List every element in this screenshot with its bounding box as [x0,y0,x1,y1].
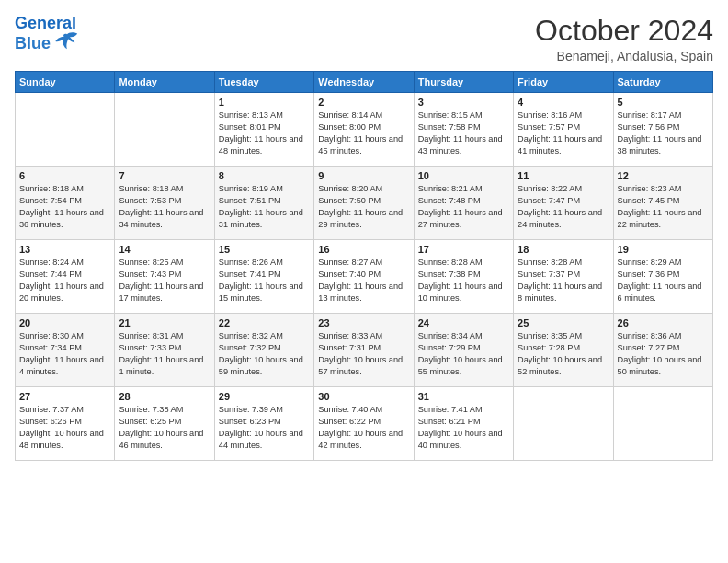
day-info: Sunrise: 8:17 AM Sunset: 7:56 PM Dayligh… [618,109,709,157]
calendar-cell: 11Sunrise: 8:22 AM Sunset: 7:47 PM Dayli… [514,167,613,240]
day-number: 12 [618,170,709,181]
day-number: 23 [318,317,409,328]
day-number: 25 [518,317,609,328]
calendar-cell: 10Sunrise: 8:21 AM Sunset: 7:48 PM Dayli… [414,167,513,240]
calendar-cell: 28Sunrise: 7:38 AM Sunset: 6:25 PM Dayli… [115,387,214,461]
weekday-header: Thursday [414,72,513,93]
day-number: 24 [418,317,509,328]
day-info: Sunrise: 8:25 AM Sunset: 7:43 PM Dayligh… [119,257,210,304]
day-info: Sunrise: 8:28 AM Sunset: 7:37 PM Dayligh… [518,257,609,304]
calendar-cell [613,387,712,461]
calendar-cell: 13Sunrise: 8:24 AM Sunset: 7:44 PM Dayli… [16,240,115,314]
day-info: Sunrise: 8:16 AM Sunset: 7:57 PM Dayligh… [518,109,609,157]
day-info: Sunrise: 8:14 AM Sunset: 8:00 PM Dayligh… [318,109,409,157]
day-info: Sunrise: 8:23 AM Sunset: 7:45 PM Dayligh… [618,183,709,231]
calendar-cell: 26Sunrise: 8:36 AM Sunset: 7:27 PM Dayli… [613,314,712,387]
calendar-cell: 31Sunrise: 7:41 AM Sunset: 6:21 PM Dayli… [414,387,513,461]
calendar-week-row: 20Sunrise: 8:30 AM Sunset: 7:34 PM Dayli… [16,314,713,387]
calendar-cell: 27Sunrise: 7:37 AM Sunset: 6:26 PM Dayli… [16,387,115,461]
day-number: 7 [119,170,210,181]
calendar-cell [16,93,115,167]
calendar-week-row: 1Sunrise: 8:13 AM Sunset: 8:01 PM Daylig… [16,93,713,167]
day-info: Sunrise: 8:27 AM Sunset: 7:40 PM Dayligh… [318,257,409,304]
day-info: Sunrise: 8:36 AM Sunset: 7:27 PM Dayligh… [618,330,709,378]
day-number: 21 [119,317,210,328]
day-info: Sunrise: 8:35 AM Sunset: 7:28 PM Dayligh… [518,330,609,378]
calendar-cell: 17Sunrise: 8:28 AM Sunset: 7:38 PM Dayli… [414,240,513,314]
location-subtitle: Benameji, Andalusia, Spain [535,49,713,63]
day-info: Sunrise: 8:18 AM Sunset: 7:53 PM Dayligh… [119,183,210,231]
day-info: Sunrise: 8:32 AM Sunset: 7:32 PM Dayligh… [219,330,310,378]
calendar-cell: 1Sunrise: 8:13 AM Sunset: 8:01 PM Daylig… [214,93,313,167]
calendar-header-row: SundayMondayTuesdayWednesdayThursdayFrid… [16,72,713,93]
calendar-cell: 8Sunrise: 8:19 AM Sunset: 7:51 PM Daylig… [214,167,313,240]
day-info: Sunrise: 7:40 AM Sunset: 6:22 PM Dayligh… [318,404,409,452]
day-number: 28 [119,391,210,402]
day-number: 20 [19,317,110,328]
day-info: Sunrise: 8:13 AM Sunset: 8:01 PM Dayligh… [219,109,310,157]
day-number: 2 [318,97,409,108]
day-info: Sunrise: 8:19 AM Sunset: 7:51 PM Dayligh… [219,183,310,231]
day-info: Sunrise: 8:34 AM Sunset: 7:29 PM Dayligh… [418,330,509,378]
day-number: 4 [518,97,609,108]
calendar-cell: 29Sunrise: 7:39 AM Sunset: 6:23 PM Dayli… [214,387,313,461]
calendar-cell: 12Sunrise: 8:23 AM Sunset: 7:45 PM Dayli… [613,167,712,240]
calendar-cell: 20Sunrise: 8:30 AM Sunset: 7:34 PM Dayli… [16,314,115,387]
calendar-cell: 14Sunrise: 8:25 AM Sunset: 7:43 PM Dayli… [115,240,214,314]
day-info: Sunrise: 8:15 AM Sunset: 7:58 PM Dayligh… [418,109,509,157]
day-info: Sunrise: 8:21 AM Sunset: 7:48 PM Dayligh… [418,183,509,231]
day-info: Sunrise: 7:37 AM Sunset: 6:26 PM Dayligh… [19,404,110,452]
weekday-header: Monday [115,72,214,93]
day-number: 13 [19,244,110,255]
day-number: 18 [518,244,609,255]
day-info: Sunrise: 8:22 AM Sunset: 7:47 PM Dayligh… [518,183,609,231]
calendar-cell: 25Sunrise: 8:35 AM Sunset: 7:28 PM Dayli… [514,314,613,387]
calendar-cell: 19Sunrise: 8:29 AM Sunset: 7:36 PM Dayli… [613,240,712,314]
day-info: Sunrise: 8:33 AM Sunset: 7:31 PM Dayligh… [318,330,409,378]
weekday-header: Friday [514,72,613,93]
day-number: 17 [418,244,509,255]
month-title: October 2024 [535,15,713,47]
day-info: Sunrise: 8:31 AM Sunset: 7:33 PM Dayligh… [119,330,210,378]
day-info: Sunrise: 8:18 AM Sunset: 7:54 PM Dayligh… [19,183,110,231]
day-info: Sunrise: 8:26 AM Sunset: 7:41 PM Dayligh… [219,257,310,304]
calendar-cell: 30Sunrise: 7:40 AM Sunset: 6:22 PM Dayli… [314,387,414,461]
calendar-cell: 23Sunrise: 8:33 AM Sunset: 7:31 PM Dayli… [314,314,414,387]
day-number: 8 [219,170,310,181]
calendar-cell: 24Sunrise: 8:34 AM Sunset: 7:29 PM Dayli… [414,314,513,387]
day-number: 15 [219,244,310,255]
day-number: 5 [618,97,709,108]
day-number: 3 [418,97,509,108]
calendar-cell: 21Sunrise: 8:31 AM Sunset: 7:33 PM Dayli… [115,314,214,387]
header: General Blue October 2024 Benameji, Anda… [15,15,713,63]
logo-text2: Blue [15,33,80,55]
title-area: October 2024 Benameji, Andalusia, Spain [535,15,713,63]
day-number: 29 [219,391,310,402]
calendar-cell: 6Sunrise: 8:18 AM Sunset: 7:54 PM Daylig… [16,167,115,240]
logo-bird-icon [54,29,80,55]
day-info: Sunrise: 8:24 AM Sunset: 7:44 PM Dayligh… [19,257,110,304]
weekday-header: Tuesday [214,72,313,93]
calendar-cell: 9Sunrise: 8:20 AM Sunset: 7:50 PM Daylig… [314,167,414,240]
weekday-header: Saturday [613,72,712,93]
weekday-header: Sunday [16,72,115,93]
calendar-cell: 16Sunrise: 8:27 AM Sunset: 7:40 PM Dayli… [314,240,414,314]
page: General Blue October 2024 Benameji, Anda… [0,0,728,563]
day-number: 19 [618,244,709,255]
calendar-cell: 4Sunrise: 8:16 AM Sunset: 7:57 PM Daylig… [514,93,613,167]
day-info: Sunrise: 8:30 AM Sunset: 7:34 PM Dayligh… [19,330,110,378]
day-info: Sunrise: 7:39 AM Sunset: 6:23 PM Dayligh… [219,404,310,452]
day-number: 22 [219,317,310,328]
calendar-week-row: 13Sunrise: 8:24 AM Sunset: 7:44 PM Dayli… [16,240,713,314]
calendar-cell: 15Sunrise: 8:26 AM Sunset: 7:41 PM Dayli… [214,240,313,314]
day-info: Sunrise: 8:29 AM Sunset: 7:36 PM Dayligh… [618,257,709,304]
calendar-cell [514,387,613,461]
day-number: 6 [19,170,110,181]
day-number: 26 [618,317,709,328]
day-info: Sunrise: 8:28 AM Sunset: 7:38 PM Dayligh… [418,257,509,304]
day-number: 1 [219,97,310,108]
calendar-cell: 18Sunrise: 8:28 AM Sunset: 7:37 PM Dayli… [514,240,613,314]
day-number: 30 [318,391,409,402]
calendar-cell: 3Sunrise: 8:15 AM Sunset: 7:58 PM Daylig… [414,93,513,167]
calendar-week-row: 27Sunrise: 7:37 AM Sunset: 6:26 PM Dayli… [16,387,713,461]
